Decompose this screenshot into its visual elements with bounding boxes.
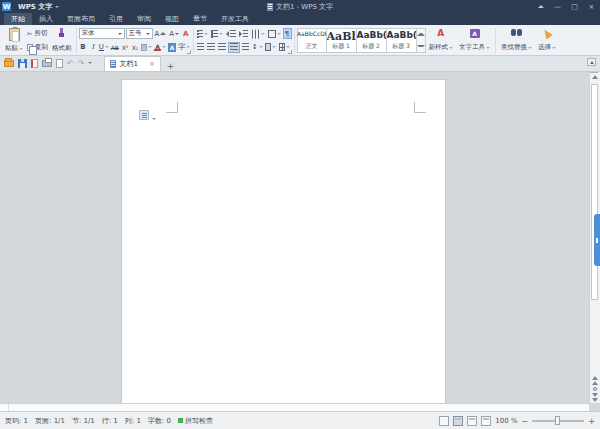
bold-button[interactable]: B [79, 42, 88, 53]
gallery-down-button[interactable] [417, 41, 425, 53]
undo-button[interactable]: ↶ [67, 59, 74, 68]
clear-format-button[interactable]: A [181, 28, 190, 39]
font-color-button[interactable]: A [154, 42, 166, 53]
web-view-icon[interactable] [467, 416, 477, 426]
outline-view-icon[interactable] [481, 416, 491, 426]
qat-customize-button[interactable] [88, 62, 92, 64]
side-panel-handle[interactable] [594, 214, 600, 266]
bullets-button[interactable] [196, 28, 210, 39]
tab-section[interactable]: 章节 [186, 13, 214, 25]
document-page[interactable] [122, 80, 445, 403]
style-heading3[interactable]: AaBb( 标题 3 [387, 28, 417, 53]
document-tab[interactable]: 文档1 × [104, 56, 160, 71]
style-heading1[interactable]: AaBl 标题 1 [327, 28, 357, 53]
spellcheck-status[interactable]: 拼写检查 [178, 416, 213, 426]
zoom-slider[interactable] [532, 420, 584, 422]
grow-font-button[interactable]: A [154, 28, 168, 39]
style-normal[interactable]: AaBbCcDb 正文 [297, 28, 327, 53]
char-shading-button[interactable]: A [167, 42, 177, 53]
paragraph-layout-button[interactable] [267, 28, 282, 39]
close-tab-button[interactable]: × [149, 60, 155, 68]
show-marks-button[interactable]: ¶ [283, 28, 292, 39]
tab-review[interactable]: 审阅 [130, 13, 158, 25]
paragraph-layout-anchor-icon[interactable] [139, 110, 149, 120]
scroll-up-button[interactable] [590, 72, 600, 82]
next-page-button[interactable] [592, 393, 598, 402]
phonetic-label: 字 [178, 42, 185, 52]
zoom-out-button[interactable]: − [522, 417, 529, 426]
skin-button[interactable] [532, 0, 549, 13]
text-direction-button[interactable] [250, 28, 266, 39]
decrease-indent-button[interactable] [225, 28, 237, 39]
align-right-button[interactable] [217, 42, 227, 53]
zoom-in-button[interactable]: + [588, 417, 595, 426]
paragraph-dialog-launcher[interactable] [288, 50, 292, 54]
distribute-icon [242, 43, 250, 51]
find-replace-button[interactable]: 查找替换 [498, 27, 535, 54]
app-menu-button[interactable]: WPS 文字 [14, 0, 63, 13]
gallery-up-button[interactable] [417, 29, 425, 41]
font-size-select[interactable]: 五号 [126, 28, 153, 39]
paragraph-layout-caret[interactable] [152, 114, 156, 122]
export-pdf-button[interactable] [31, 59, 38, 68]
minimize-button[interactable]: — [549, 0, 566, 13]
tab-developer[interactable]: 开发工具 [214, 13, 256, 25]
text-tool-icon: A [470, 29, 480, 38]
margin-mark-horizontal [166, 112, 178, 113]
browse-object-button[interactable] [593, 387, 597, 391]
increase-indent-button[interactable] [238, 28, 250, 39]
format-painter-button[interactable]: 格式刷 [50, 27, 74, 54]
shading-icon [265, 43, 271, 51]
tab-insert[interactable]: 插入 [32, 13, 60, 25]
scrollbar-divider [8, 404, 9, 411]
save-button[interactable] [18, 59, 27, 68]
page-view-icon[interactable] [453, 416, 463, 426]
fit-view-icon[interactable] [439, 416, 449, 426]
zoom-level[interactable]: 100 % [495, 417, 517, 425]
strikethrough-button[interactable]: AB [110, 42, 119, 53]
style-sample: AaBb( [387, 30, 416, 40]
subscript-button[interactable]: X₂ [130, 42, 139, 53]
select-button[interactable]: 选择 [535, 27, 559, 54]
shrink-font-button[interactable]: A [168, 28, 180, 39]
line-spacing-button[interactable]: ↕ [251, 42, 262, 53]
paste-button[interactable]: 粘贴 [3, 27, 25, 54]
underline-button[interactable]: U [99, 42, 110, 53]
text-tool-button[interactable]: A 文字工具 [456, 27, 493, 54]
new-style-button[interactable]: A 新样式 [426, 27, 457, 54]
collapse-ribbon-button[interactable] [587, 58, 596, 66]
distribute-button[interactable] [241, 42, 251, 53]
horizontal-scrollbar[interactable] [0, 403, 589, 411]
print-preview-button[interactable] [56, 59, 63, 68]
spellcheck-indicator-icon [178, 418, 183, 423]
superscript-button[interactable]: X² [120, 42, 129, 53]
group-separator [76, 28, 77, 53]
numbering-button[interactable] [210, 28, 224, 39]
italic-button[interactable]: I [89, 42, 98, 53]
tab-home[interactable]: 开始 [4, 13, 32, 25]
tab-references[interactable]: 引用 [102, 13, 130, 25]
open-file-button[interactable] [4, 60, 14, 67]
style-heading2[interactable]: AaBb( 标题 2 [357, 28, 387, 53]
copy-button[interactable]: 复制 [27, 43, 48, 52]
align-center-button[interactable] [206, 42, 216, 53]
new-document-button[interactable]: + [161, 61, 181, 71]
cut-copy-column: ✂ 剪切 复制 [25, 27, 50, 54]
zoom-slider-thumb[interactable] [555, 416, 560, 425]
maximize-button[interactable]: □ [566, 0, 583, 13]
previous-page-button[interactable] [592, 376, 598, 385]
tab-view[interactable]: 视图 [158, 13, 186, 25]
tab-page-layout[interactable]: 页面布局 [60, 13, 102, 25]
font-dialog-launcher[interactable] [187, 50, 191, 54]
shading-button[interactable] [264, 42, 277, 53]
font-family-select[interactable]: 宋体 [79, 28, 125, 39]
highlight-color-button[interactable] [140, 42, 152, 53]
redo-button[interactable]: ↷ [78, 59, 85, 68]
align-left-button[interactable] [196, 42, 206, 53]
cut-button[interactable]: ✂ 剪切 [27, 29, 48, 38]
close-button[interactable]: × [583, 0, 600, 13]
print-button[interactable] [42, 60, 52, 67]
justify-button[interactable] [228, 42, 240, 53]
style-tools-group: A 新样式 A 文字工具 [426, 27, 494, 54]
scrollbar-thumb[interactable] [591, 84, 598, 300]
